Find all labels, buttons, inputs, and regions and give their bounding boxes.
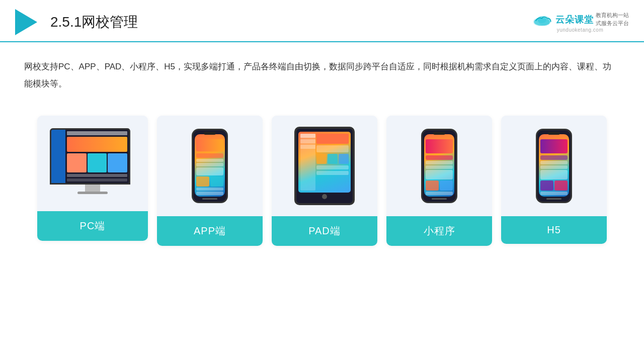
header-left: 2.5.1网校管理	[15, 9, 138, 35]
page-title: 2.5.1网校管理	[50, 13, 138, 32]
phone-home-bar-2	[432, 198, 447, 200]
card-pad-label: PAD端	[272, 216, 377, 246]
logo-icon-row: 云朵课堂 教育机构一站 式服务云平台	[531, 12, 629, 27]
card-miniapp-label: 小程序	[386, 216, 492, 246]
header: 2.5.1网校管理 云朵课堂 教育机构一站 式服务云平台 yunduoketan…	[0, 0, 644, 42]
card-miniapp-image	[386, 116, 492, 216]
phone-home-bar	[202, 198, 217, 200]
logo-tagline: 教育机构一站 式服务云平台	[596, 12, 629, 27]
phone-notch-2	[433, 132, 445, 135]
tablet-home-button	[322, 194, 327, 199]
phone-app-icon	[192, 129, 228, 203]
card-pc: PC端	[37, 116, 148, 241]
card-h5-image	[501, 116, 607, 216]
card-pad-image	[272, 116, 377, 216]
card-pc-label: PC端	[37, 211, 148, 241]
logo-url: yunduoketang.com	[557, 27, 604, 33]
card-app-image	[157, 116, 263, 216]
phone-h5-icon	[536, 129, 572, 203]
phone-screen	[195, 134, 225, 197]
tablet-pad-icon	[294, 127, 355, 205]
card-h5-label: H5	[501, 216, 607, 244]
card-pc-image	[37, 116, 148, 211]
play-icon	[15, 9, 37, 35]
description-text: 网校支持PC、APP、PAD、小程序、H5，实现多端打通，产品各终端自由切换，数…	[0, 42, 644, 101]
phone-notch-3	[548, 132, 560, 135]
card-pad: PAD端	[272, 116, 377, 246]
logo-text: 云朵课堂	[555, 14, 594, 26]
card-app: APP端	[157, 116, 263, 246]
phone-home-bar-3	[546, 198, 561, 200]
cloud-logo-icon	[531, 12, 553, 27]
card-miniapp: 小程序	[386, 116, 492, 246]
pc-monitor-icon	[50, 128, 135, 199]
phone-screen-2	[424, 134, 454, 197]
card-h5: H5	[501, 116, 607, 244]
logo-area: 云朵课堂 教育机构一站 式服务云平台 yunduoketang.com	[531, 12, 629, 33]
phone-miniapp-icon	[421, 129, 457, 203]
phone-screen-3	[539, 134, 569, 197]
cards-container: PC端	[0, 106, 644, 256]
svg-point-3	[534, 18, 550, 26]
phone-notch	[204, 132, 216, 135]
tablet-screen	[298, 132, 351, 193]
card-app-label: APP端	[157, 216, 263, 246]
